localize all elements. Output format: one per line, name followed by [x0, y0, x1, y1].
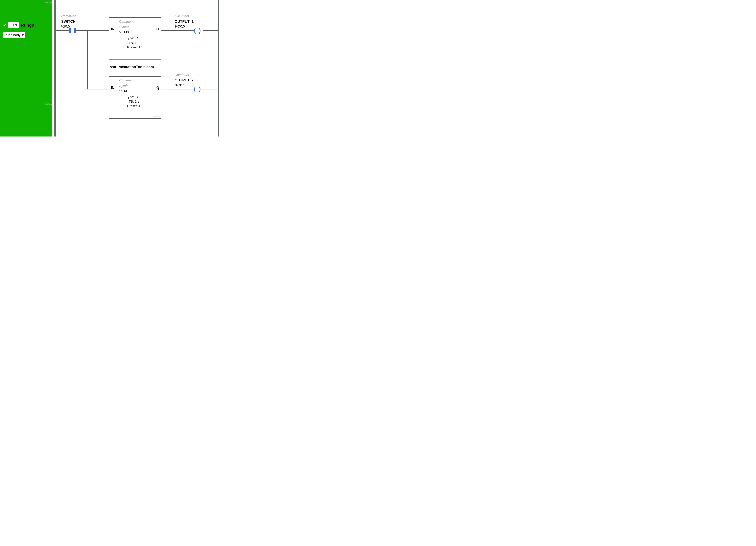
timer-comment-label: Comment [119, 78, 134, 82]
timer-block-tm0[interactable]: IN Q Comment Symbol %TM0 Type: TOF TB: 1… [109, 17, 161, 60]
timer-symbol-label: Symbol [119, 25, 130, 29]
timer-q-pin-label: Q [156, 27, 159, 31]
timer-in-pin-label: IN [111, 86, 114, 90]
rung-name-label: Rung0 [21, 23, 34, 28]
wire [56, 30, 69, 31]
timer-type-label: Type: TOF [126, 36, 142, 40]
no-contact-icon[interactable] [74, 28, 76, 33]
watermark-text: Inst Tools [45, 2, 52, 3]
coil-address-label: %Q0.1 [175, 83, 185, 87]
wire [87, 89, 109, 89]
wire [87, 30, 88, 89]
timer-timebase-label: TB: 1 s [129, 41, 139, 45]
rung-valid-icon: ✓ [2, 23, 7, 28]
left-power-rail [54, 0, 56, 136]
wire [76, 30, 109, 31]
wire [160, 89, 194, 89]
rung-sidebar [0, 0, 52, 136]
contact-symbol-label: SWITCH [61, 19, 76, 24]
brand-text: InstrumentationTools.com [109, 65, 154, 69]
coil-address-label: %Q0.0 [175, 25, 185, 28]
rung-body-select[interactable]: Rung body [3, 32, 25, 38]
watermark-text: Inst Tools [45, 103, 52, 105]
chevron-down-icon [15, 24, 17, 26]
timer-preset-label: Preset: 10 [127, 45, 142, 49]
timer-symbol-label: Symbol [119, 84, 130, 88]
timer-comment-label: Comment [119, 20, 134, 24]
timer-address-label: %TM1 [119, 89, 129, 93]
timer-address-label: %TM0 [119, 30, 129, 34]
coil-comment-label: Comment [175, 73, 189, 77]
timer-type-label: Type: TOF [126, 95, 142, 99]
wire [160, 30, 194, 31]
timer-block-tm1[interactable]: IN Q Comment Symbol %TM1 Type: TOF TB: 1… [109, 76, 161, 119]
contact-comment-label: Comment [61, 14, 76, 18]
timer-in-pin-label: IN [111, 27, 114, 31]
right-power-rail [218, 0, 219, 136]
coil-symbol-label: OUTPUT_1 [175, 19, 194, 24]
wire [203, 89, 218, 89]
wire [203, 30, 218, 31]
language-select-label: LD [9, 23, 14, 27]
coil-icon[interactable]: ( ) [194, 86, 201, 92]
ladder-editor-canvas: ✓ LD Rung0 Rung body Comment SWITCH %I0.… [0, 0, 220, 136]
chevron-down-icon [22, 34, 24, 36]
contact-address-label: %I0.0 [61, 25, 70, 28]
language-select[interactable]: LD [8, 22, 19, 28]
timer-timebase-label: TB: 1 s [129, 100, 139, 103]
timer-q-pin-label: Q [156, 86, 159, 90]
coil-symbol-label: OUTPUT_2 [175, 78, 194, 82]
no-contact-icon[interactable] [69, 28, 71, 33]
watermark-text: Inst Tools [153, 115, 160, 117]
coil-icon[interactable]: ( ) [194, 27, 201, 34]
timer-preset-label: Preset: 15 [127, 104, 142, 108]
coil-comment-label: Comment [175, 14, 189, 18]
rung-body-label: Rung body [4, 33, 20, 37]
